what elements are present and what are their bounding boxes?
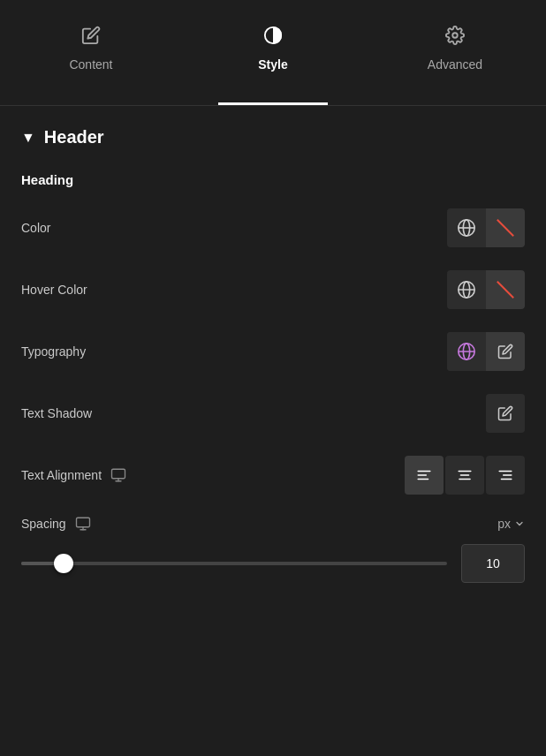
slider-track [21, 562, 447, 565]
tab-content[interactable]: Content [0, 0, 182, 105]
spacing-monitor-icon [75, 516, 91, 532]
tab-style-label: Style [258, 57, 287, 72]
typography-globe-button[interactable] [447, 332, 486, 371]
typography-row: Typography [21, 330, 525, 373]
color-globe-slash [447, 208, 525, 247]
text-alignment-monitor-icon [110, 467, 126, 483]
unit-chevron-down-icon [514, 518, 525, 529]
svg-point-1 [452, 33, 458, 38]
slash-icon [497, 219, 514, 237]
text-alignment-controls [405, 456, 525, 495]
sub-section-heading: Heading [21, 172, 525, 187]
color-slash-button[interactable] [486, 208, 525, 247]
svg-rect-23 [76, 518, 89, 527]
align-left-button[interactable] [405, 456, 444, 495]
tab-advanced-label: Advanced [428, 57, 482, 72]
section-header: ▼ Header [21, 127, 525, 147]
align-center-button[interactable] [445, 456, 484, 495]
slider-thumb[interactable] [54, 554, 73, 573]
hover-color-globe-button[interactable] [447, 270, 486, 309]
pencil-icon [81, 26, 101, 49]
tab-style[interactable]: Style [182, 0, 364, 105]
spacing-label: Spacing [21, 516, 91, 532]
text-shadow-controls [486, 394, 525, 433]
align-right-button[interactable] [486, 456, 525, 495]
color-row: Color [21, 207, 525, 249]
text-shadow-edit-button[interactable] [486, 394, 525, 433]
tab-content-label: Content [69, 57, 112, 72]
color-controls [447, 208, 525, 247]
spacing-value-input[interactable]: 10 [461, 544, 525, 583]
gear-icon [445, 26, 465, 49]
hover-color-slash-button[interactable] [486, 270, 525, 309]
text-alignment-label: Text Alignment [21, 467, 126, 483]
style-icon [263, 26, 283, 49]
color-label: Color [21, 221, 50, 235]
hover-color-label: Hover Color [21, 283, 87, 297]
text-alignment-row: Text Alignment [21, 454, 525, 496]
tab-bar: Content Style Advanced [0, 0, 546, 106]
spacing-row: Spacing px [21, 516, 525, 532]
hover-color-row: Hover Color [21, 268, 525, 311]
spacing-slider[interactable] [21, 544, 447, 583]
main-content: ▼ Header Heading Color [0, 106, 546, 583]
collapse-arrow[interactable]: ▼ [21, 130, 35, 146]
typography-globe-edit [447, 332, 525, 371]
tab-advanced[interactable]: Advanced [364, 0, 546, 105]
svg-rect-11 [112, 469, 125, 479]
slider-row: 10 [21, 544, 525, 583]
hover-color-controls [447, 270, 525, 309]
typography-edit-button[interactable] [486, 332, 525, 371]
text-shadow-label: Text Shadow [21, 406, 92, 420]
typography-label: Typography [21, 344, 86, 359]
color-globe-button[interactable] [447, 208, 486, 247]
hover-color-globe-slash [447, 270, 525, 309]
spacing-unit-selector[interactable]: px [497, 517, 525, 531]
section-title: Header [44, 127, 104, 147]
text-shadow-row: Text Shadow [21, 392, 525, 435]
hover-slash-icon [497, 281, 514, 299]
typography-controls [447, 332, 525, 371]
